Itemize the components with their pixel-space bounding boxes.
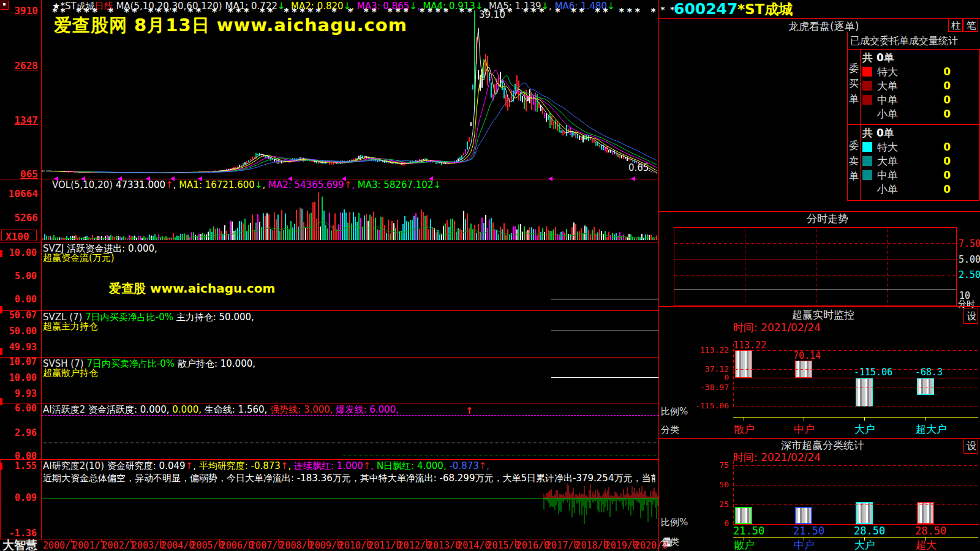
monitor-bar-value: -115.06 — [854, 367, 892, 378]
order-total: 共 0单 — [862, 127, 894, 139]
fenshi-y2: 5.00 — [959, 255, 980, 265]
order-side-label: 委 — [849, 140, 859, 151]
text-part: , — [352, 179, 358, 190]
monitor-settings-label: 设 — [967, 311, 976, 322]
y-axis-label: 50.00 — [1, 326, 37, 337]
panel-divider — [0, 357, 658, 358]
order-size-swatch — [862, 170, 872, 180]
ai-research-header: AI研究度2(10) 资金研究度: 0.049↑, 平均研究度: -0.873↑… — [43, 461, 489, 471]
panel-divider — [0, 179, 658, 179]
axis-tick — [925, 418, 926, 421]
signal-triangle-icon — [342, 176, 346, 181]
y-axis-label: 49.93 — [1, 342, 37, 353]
monitor-category-label: 超大户 — [916, 424, 947, 435]
volume-header: VOL(5,10,20) 47331.000↑, MA1: 16721.600↓… — [52, 180, 441, 190]
order-stats-title: 已成交委托单成交量统计 — [850, 36, 958, 47]
monitor-title: 超赢实时监控 — [792, 309, 854, 321]
axis-tick — [744, 418, 744, 421]
monitor-settings-button[interactable]: 设 — [963, 309, 978, 324]
shenshi-bar-value: 21.50 — [793, 525, 824, 537]
order-row-value: 0 — [919, 141, 951, 153]
class-label: 分类 — [661, 537, 679, 547]
text-part: MA3: 58267.102 — [358, 179, 434, 190]
grid-dotted-line — [733, 388, 978, 388]
text-part: ↑ — [186, 460, 194, 471]
tab-pen-chart[interactable]: 笔 — [963, 18, 978, 32]
order-side-label: 买 — [849, 78, 859, 89]
y-axis-label: 3910 — [6, 5, 38, 17]
brand-label[interactable]: 大智慧 — [2, 539, 37, 551]
x-axis-tick — [337, 539, 338, 542]
monitor-y-label: 0 — [687, 373, 729, 382]
ai-research-description: 近期大资金总体偏空，异动不明显，偏弱势，今日大单净流出: -183.36万元，其… — [43, 473, 655, 484]
panel-divider — [0, 459, 658, 460]
burst-line — [42, 415, 658, 416]
text-part: 主力持仓: 50.000, — [176, 312, 254, 323]
shenshi-category-label: 超大 — [916, 539, 937, 551]
text-part: 强势线: 3.000, — [270, 404, 336, 415]
text-part: 散户持仓: 10.000, — [178, 358, 255, 369]
svzj-subtitle: 超赢资金流(万元) — [43, 253, 115, 263]
monitor-category-label: 中户 — [794, 424, 815, 435]
order-row-label: 中单 — [877, 170, 898, 181]
life-line — [42, 443, 658, 443]
y-axis-label: 2.96 — [1, 427, 37, 438]
order-size-swatch — [862, 142, 872, 152]
y-axis-label: 5.00 — [1, 271, 37, 282]
category-axis — [733, 417, 978, 418]
x-axis-tick — [515, 539, 516, 542]
text-part: , — [288, 460, 294, 471]
panel-divider — [860, 49, 861, 200]
order-size-swatch — [862, 67, 872, 77]
axis-tick — [804, 418, 804, 421]
shenshi-y-label: 0 — [699, 519, 729, 528]
y-axis-label: 6.00 — [1, 403, 37, 414]
shenshi-y-label: 50 — [699, 481, 729, 489]
text-part: ↑ — [363, 460, 371, 471]
signal-triangle-icon — [170, 176, 175, 181]
monitor-y-label: 37.12 — [687, 365, 729, 373]
watermark-banner: 爱查股网 8月13日 www.aichagu.com — [54, 16, 407, 36]
x-axis-tick — [426, 539, 427, 542]
grid-dotted-line — [733, 342, 734, 407]
grid-dotted-line — [733, 485, 978, 485]
text-part: ↓ — [433, 179, 441, 190]
fenshi-plot — [674, 227, 957, 306]
x-axis-tick — [604, 539, 605, 542]
grid-dotted-line — [733, 460, 734, 524]
monitor-time: 时间: 2021/02/24 — [733, 322, 821, 334]
monitor-category-label: 散户 — [734, 424, 755, 435]
order-row-value: 0 — [919, 170, 951, 181]
shenshi-settings-button[interactable]: 设 — [963, 438, 978, 454]
shenshi-title: 深市超赢分类统计 — [781, 440, 864, 451]
order-side-label: 单 — [849, 171, 859, 182]
signal-triangle-icon — [198, 176, 202, 181]
order-row-value: 0 — [919, 108, 951, 120]
shenshi-bar-value: 28.50 — [854, 525, 885, 537]
y-axis-label: 0.00 — [1, 294, 37, 305]
text-part: 7日内买卖净占比-0% — [86, 358, 178, 369]
panel-divider — [41, 0, 42, 539]
order-row-value: 0 — [919, 94, 951, 106]
flat-indicator-line — [551, 377, 658, 378]
x-axis-tick — [545, 539, 545, 542]
signal-triangle-icon — [429, 176, 433, 181]
text-part: ↑ — [479, 460, 487, 471]
ratio-label: 比例% — [661, 517, 688, 528]
ai-activity-header: AI活跃度2 资金活跃度: 0.000, 0.000, 生命线: 1.560, … — [43, 405, 399, 415]
panel-divider — [0, 459, 1, 539]
last-price-label: 0.65 — [628, 163, 649, 173]
y-axis-label: 10.00 — [1, 372, 37, 383]
panel-divider — [0, 242, 658, 242]
volume-unit: X100 — [6, 231, 29, 242]
order-row-label: 特大 — [877, 141, 898, 153]
shenshi-settings-label: 设 — [967, 441, 976, 452]
panel-divider — [847, 200, 979, 201]
tab-bar-chart[interactable]: 柱 — [948, 18, 963, 32]
shenshi-bar — [795, 507, 812, 524]
text-part: , — [193, 460, 199, 471]
x-axis-tick — [130, 539, 131, 542]
shenshi-bar-value: 21.50 — [733, 525, 764, 537]
signal-triangle-icon — [146, 176, 150, 181]
svzl-subtitle: 超赢主力持仓 — [43, 321, 98, 332]
